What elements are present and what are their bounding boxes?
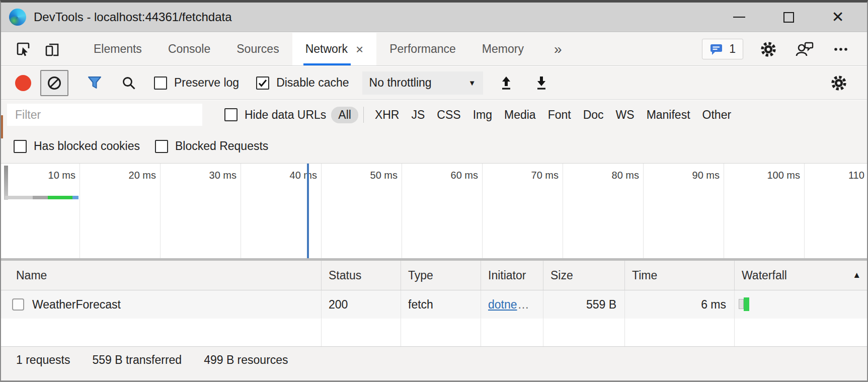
maximize-icon xyxy=(783,12,794,23)
pill-divider xyxy=(363,107,364,123)
network-toolbar: Preserve log Disable cache No throttling… xyxy=(1,66,867,100)
overview-request-bar xyxy=(5,196,78,199)
timeline-tick: 60 ms xyxy=(402,164,483,258)
initiator-link[interactable]: dotne xyxy=(488,298,517,312)
request-name-cell: WeatherForecast xyxy=(1,290,322,319)
type-filter-manifest[interactable]: Manifest xyxy=(641,107,696,123)
timeline-tick: 100 ms xyxy=(724,164,805,258)
timeline-scrollbar-thumb[interactable] xyxy=(4,166,8,200)
checkbox-unchecked-icon xyxy=(14,140,27,153)
overview-segment-waiting xyxy=(48,196,72,199)
overview-segment-stalled xyxy=(33,196,48,199)
devtools-tab-bar: Elements Console Sources Network × Perfo… xyxy=(1,33,867,66)
timeline-tick: 70 ms xyxy=(483,164,563,258)
feedback-button[interactable] xyxy=(794,38,816,60)
requests-count: 1 requests xyxy=(16,353,70,367)
checkbox-unchecked-icon xyxy=(224,108,238,121)
request-type-filters: All XHR JS CSS Img Media Font Doc WS Man… xyxy=(331,107,737,123)
column-header-waterfall[interactable]: Waterfall ▲ xyxy=(735,261,868,290)
disable-cache-checkbox[interactable]: Disable cache xyxy=(256,76,349,90)
network-settings-button[interactable] xyxy=(830,74,848,92)
three-dots-icon xyxy=(832,41,849,58)
timeline-tick: 20 ms xyxy=(80,164,161,258)
export-arrow-icon xyxy=(533,75,549,91)
tab-elements[interactable]: Elements xyxy=(81,33,155,65)
network-overview-timeline[interactable]: 10 ms 20 ms 30 ms 40 ms 50 ms 60 ms 70 m… xyxy=(1,164,867,258)
search-button[interactable] xyxy=(121,75,137,91)
overview-segment-queueing xyxy=(5,196,33,199)
timeline-tick: 110 ms xyxy=(805,164,867,258)
column-header-type[interactable]: Type xyxy=(401,261,481,290)
minimize-button[interactable] xyxy=(733,11,746,24)
dropdown-arrow-icon: ▼ xyxy=(468,79,476,87)
column-header-status[interactable]: Status xyxy=(322,261,401,290)
type-filter-js[interactable]: JS xyxy=(405,107,431,123)
empty-table-area xyxy=(1,319,867,346)
close-tab-icon[interactable]: × xyxy=(356,43,363,56)
hide-data-urls-checkbox[interactable]: Hide data URLs xyxy=(224,108,326,122)
filter-toggle-button[interactable] xyxy=(87,75,103,91)
column-header-size[interactable]: Size xyxy=(543,261,625,290)
window-title: DevTools - localhost:44361/fetchdata xyxy=(34,10,232,24)
tab-sources[interactable]: Sources xyxy=(223,33,292,65)
import-har-button[interactable] xyxy=(498,75,514,91)
timeline-tick: 30 ms xyxy=(161,164,241,258)
filter-row: Hide data URLs All XHR JS CSS Img Media … xyxy=(1,100,867,129)
column-header-name[interactable]: Name xyxy=(1,261,322,290)
throttling-dropdown[interactable]: No throttling ▼ xyxy=(362,71,483,95)
type-filter-img[interactable]: Img xyxy=(467,107,498,123)
timeline-tick: 80 ms xyxy=(563,164,644,258)
request-waterfall-cell xyxy=(735,290,868,319)
type-filter-font[interactable]: Font xyxy=(542,107,577,123)
import-arrow-icon xyxy=(498,75,514,91)
overview-segment-download xyxy=(72,196,78,199)
blocked-requests-checkbox[interactable]: Blocked Requests xyxy=(155,139,268,153)
export-har-button[interactable] xyxy=(533,75,549,91)
row-checkbox[interactable] xyxy=(12,298,24,311)
type-filter-ws[interactable]: WS xyxy=(610,107,641,123)
clear-network-log-button[interactable] xyxy=(40,70,68,96)
type-filter-css[interactable]: CSS xyxy=(431,107,466,123)
settings-button[interactable] xyxy=(757,38,779,60)
customize-menu-button[interactable] xyxy=(830,38,852,60)
issues-button[interactable]: 1 xyxy=(702,39,743,59)
more-tabs-button[interactable]: » xyxy=(554,41,561,57)
record-network-log-button[interactable] xyxy=(15,75,31,91)
clear-block-icon xyxy=(46,75,62,91)
close-button[interactable]: ✕ xyxy=(831,11,844,24)
requests-table-header: Name Status Type Initiator Size Time Wat… xyxy=(1,261,867,290)
gear-icon xyxy=(830,74,848,92)
request-initiator-cell: dotne … xyxy=(481,290,543,319)
filter-input[interactable] xyxy=(7,104,202,126)
request-time-cell: 6 ms xyxy=(625,290,735,319)
window-edge-artifact xyxy=(1,115,3,138)
edge-logo-icon xyxy=(9,9,26,26)
type-filter-media[interactable]: Media xyxy=(498,107,542,123)
devtools-window: DevTools - localhost:44361/fetchdata ✕ E… xyxy=(0,0,868,382)
network-summary-bar: 1 requests 559 B transferred 499 B resou… xyxy=(1,346,867,382)
maximize-button[interactable] xyxy=(782,11,795,24)
transferred-size: 559 B transferred xyxy=(92,353,182,367)
tab-performance[interactable]: Performance xyxy=(376,33,469,65)
type-filter-other[interactable]: Other xyxy=(696,107,738,123)
gear-icon xyxy=(759,40,777,58)
inspect-element-button[interactable] xyxy=(12,38,34,60)
request-row-weatherforecast[interactable]: WeatherForecast 200 fetch dotne … 559 B … xyxy=(1,290,867,319)
preserve-log-checkbox[interactable]: Preserve log xyxy=(154,76,239,90)
minimize-icon xyxy=(733,17,745,18)
tab-console[interactable]: Console xyxy=(155,33,223,65)
tab-network[interactable]: Network × xyxy=(292,33,377,65)
device-toolbar-icon xyxy=(44,41,61,58)
resources-size: 499 B resources xyxy=(204,353,288,367)
device-toolbar-button[interactable] xyxy=(41,38,63,60)
person-feedback-icon xyxy=(796,40,814,58)
has-blocked-cookies-checkbox[interactable]: Has blocked cookies xyxy=(14,139,140,153)
timeline-tick: 40 ms xyxy=(241,164,322,258)
column-header-time[interactable]: Time xyxy=(625,261,735,290)
active-tab-underline xyxy=(303,63,351,65)
column-header-initiator[interactable]: Initiator xyxy=(481,261,543,290)
type-filter-doc[interactable]: Doc xyxy=(577,107,610,123)
tab-memory[interactable]: Memory xyxy=(469,33,537,65)
type-filter-xhr[interactable]: XHR xyxy=(369,107,406,123)
type-filter-all[interactable]: All xyxy=(331,107,358,123)
